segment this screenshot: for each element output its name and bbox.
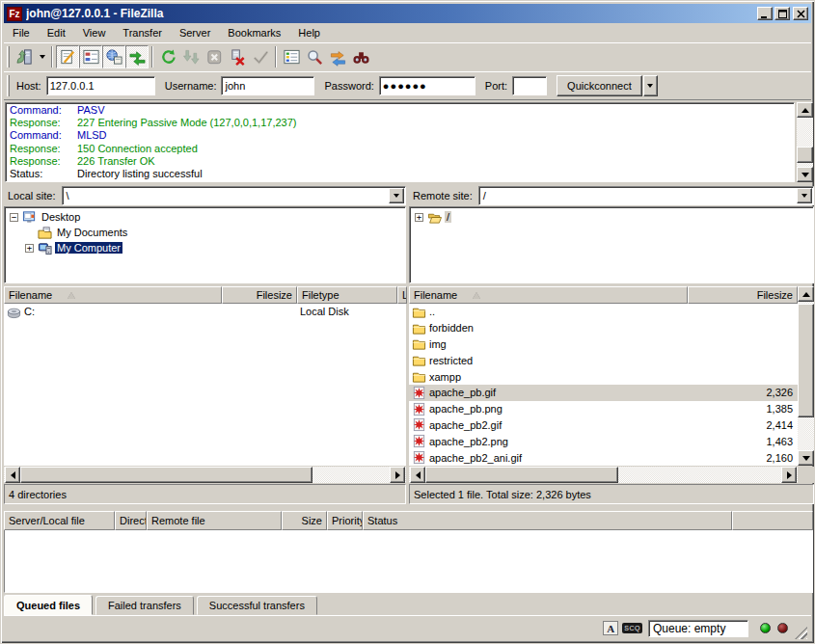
remote-file-row[interactable]: apache_pb2.gif2,414 [409,417,798,434]
find-button[interactable] [303,45,326,68]
log-line: Command:MLSD [6,129,794,142]
column-header-filesize[interactable]: Filesize [688,286,798,304]
queue-column-header-server-local-file[interactable]: Server/Local file [4,511,115,530]
tree-item[interactable]: −Desktop [5,209,405,225]
local-site-combobox[interactable]: \ [62,186,406,205]
quickconnect-dropdown-button[interactable] [643,75,658,96]
remote-file-row[interactable]: img [409,336,798,353]
queue-column-header-remote-file[interactable]: Remote file [147,511,282,530]
username-input[interactable] [221,76,314,95]
scroll-right-button[interactable] [781,467,797,483]
scrollbar-thumb[interactable] [798,304,814,417]
port-input[interactable] [512,76,547,95]
menu-help[interactable]: Help [289,25,329,40]
maximize-icon [778,10,787,18]
column-header-filesize[interactable]: Filesize [222,286,297,304]
tab-successful-transfers[interactable]: Successful transfers [197,596,317,615]
collapse-toggle[interactable]: − [10,213,18,222]
remote-list-scrollbar[interactable] [798,286,814,466]
scroll-right-button[interactable] [390,467,405,483]
filename-cell: apache_pb2_ani.gif [409,449,688,466]
local-site-label: Local site: [4,190,62,201]
menu-file[interactable]: File [4,25,39,40]
message-log-scrollbar[interactable] [797,102,813,182]
scrollbar-thumb[interactable] [797,147,813,163]
tab-queued-files[interactable]: Queued files [4,595,93,615]
compare-button[interactable] [326,45,349,68]
scroll-down-button[interactable] [798,450,814,466]
message-log: Command:PASVResponse:227 Entering Passiv… [5,102,795,182]
toggle-remote-tree-button[interactable] [102,45,125,68]
remote-file-row[interactable]: xampp [409,368,798,385]
queue-column-header-directi-[interactable]: Directi... [115,511,147,530]
local-list-hscrollbar[interactable] [4,467,406,483]
toggle-transfer-queue-button[interactable] [125,45,149,68]
host-input[interactable] [46,76,155,95]
local-file-row[interactable]: C:Local Disk [4,304,406,320]
column-header-filename[interactable]: Filename [409,286,688,304]
remote-site-dropdown-button[interactable] [797,188,812,203]
scroll-left-button[interactable] [410,467,425,483]
menu-edit[interactable]: Edit [39,25,74,40]
filename-cell: apache_pb.gif [409,385,688,401]
expand-toggle[interactable]: + [415,213,423,222]
cancel-button[interactable] [203,45,226,68]
quickconnect-grip[interactable] [7,75,10,96]
close-button[interactable] [793,7,808,20]
tree-item[interactable]: +/ [410,209,813,225]
menu-view[interactable]: View [74,25,115,40]
minimize-button[interactable] [757,7,773,20]
remote-file-row[interactable]: apache_pb.png1,385 [409,401,798,417]
queue-column-header-status[interactable]: Status [363,511,732,530]
local-site-dropdown-button[interactable] [389,188,404,203]
queue-column-header-size[interactable]: Size [282,511,327,530]
scrollbar-thumb[interactable] [425,467,618,483]
menu-server[interactable]: Server [171,25,219,40]
menu-transfer[interactable]: Transfer [114,25,171,40]
scroll-left-button[interactable] [5,467,20,483]
data-type-ascii-icon[interactable]: A [603,621,618,635]
site-manager-dropdown-button[interactable] [36,45,48,68]
reconnect-button[interactable] [249,45,272,68]
toolbar-grip[interactable] [7,46,10,67]
disconnect-icon [229,48,247,67]
scroll-up-button[interactable] [798,286,814,302]
filetype-cell: Local Disk [297,304,397,320]
quickconnect-button[interactable]: Quickconnect [557,75,642,96]
tree-item[interactable]: My Documents [5,225,405,240]
tab-failed-transfers[interactable]: Failed transfers [95,596,194,615]
sync-browse-button[interactable] [349,45,372,68]
remote-file-row[interactable]: apache_pb2_ani.gif2,160 [409,449,798,466]
disconnect-button[interactable] [226,45,249,68]
scroll-down-button[interactable] [797,167,813,182]
remote-site-combobox[interactable]: / [478,186,814,205]
column-header-filetype[interactable]: Filetype [297,286,397,304]
remote-site-path: / [479,190,797,201]
remote-file-row[interactable]: .. [409,304,798,320]
site-manager-button[interactable] [13,45,36,68]
folder-icon [412,336,426,351]
filezilla-window: Fz john@127.0.0.1 - FileZilla FileEditVi… [0,0,815,644]
column-header-l[interactable]: L [397,286,407,304]
toggle-message-log-button[interactable] [56,45,79,68]
refresh-button[interactable] [156,45,179,68]
process-queue-button[interactable] [179,45,203,68]
scrollbar-thumb[interactable] [20,467,312,483]
maximize-button[interactable] [774,7,790,20]
remote-file-row[interactable]: apache_pb2.png1,463 [409,433,798,449]
scroll-up-button[interactable] [797,102,813,118]
expand-toggle[interactable]: + [25,244,34,253]
menu-bookmarks[interactable]: Bookmarks [219,25,289,40]
queue-column-header-priority[interactable]: Priority [327,511,363,530]
speed-limit-icon[interactable]: SCQ [622,623,642,633]
remote-list-hscrollbar[interactable] [409,467,798,483]
password-input[interactable] [379,76,475,95]
toggle-local-tree-button[interactable] [79,45,102,68]
column-header-filename[interactable]: Filename [4,286,222,304]
filter-button[interactable] [280,45,303,68]
resize-grip[interactable] [795,627,807,639]
tree-item[interactable]: +My Computer [5,240,405,255]
remote-file-row[interactable]: restricted [409,352,798,368]
remote-file-row[interactable]: apache_pb.gif2,326 [409,385,798,401]
remote-file-row[interactable]: forbidden [409,320,798,336]
